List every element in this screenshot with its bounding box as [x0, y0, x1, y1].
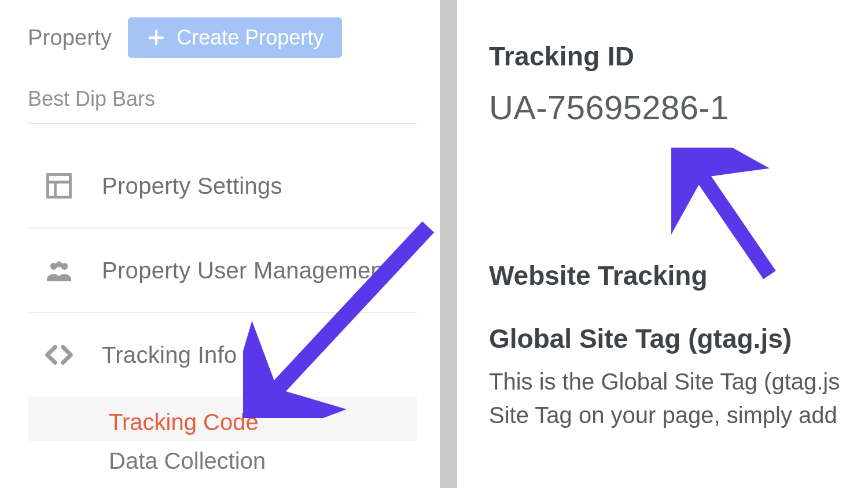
gtag-desc-line: This is the Global Site Tag (gtag.js	[489, 365, 868, 398]
svg-rect-2	[48, 175, 71, 197]
property-header-row: Property Create Property	[28, 17, 417, 58]
tracking-info-submenu: Tracking Code Data Collection	[28, 397, 417, 475]
tracking-id-heading: Tracking ID	[489, 41, 868, 72]
code-icon	[42, 337, 76, 372]
submenu-item-label: Tracking Code	[109, 409, 259, 435]
menu-item-label: Tracking Info	[102, 342, 237, 368]
gtag-desc-line: Site Tag on your page, simply add	[489, 398, 868, 432]
submenu-item-label: Data Collection	[109, 448, 266, 474]
menu-item-user-management[interactable]: Property User Management	[28, 229, 417, 313]
gtag-heading: Global Site Tag (gtag.js)	[489, 323, 868, 354]
property-column: Property Create Property Best Dip Bars P…	[0, 0, 440, 488]
property-name: Best Dip Bars	[28, 87, 417, 124]
people-icon	[42, 253, 76, 288]
property-column-label: Property	[28, 25, 112, 50]
create-property-label: Create Property	[176, 25, 323, 50]
column-divider	[440, 0, 457, 488]
menu-item-label: Property User Management	[102, 258, 391, 284]
svg-point-5	[50, 263, 57, 270]
website-tracking-heading: Website Tracking	[489, 260, 868, 291]
property-menu: Property Settings Property User Manageme…	[28, 144, 417, 475]
gtag-description: This is the Global Site Tag (gtag.js Sit…	[489, 365, 868, 432]
menu-item-tracking-info[interactable]: Tracking Info	[28, 313, 417, 397]
tracking-id-value: UA-75695286-1	[489, 88, 868, 127]
main-content: Tracking ID UA-75695286-1 Website Tracki…	[457, 0, 868, 488]
submenu-item-tracking-code[interactable]: Tracking Code	[28, 397, 417, 441]
svg-point-6	[61, 263, 68, 270]
plus-icon	[146, 28, 166, 47]
menu-item-label: Property Settings	[102, 173, 282, 199]
submenu-item-data-collection[interactable]: Data Collection	[109, 441, 417, 475]
create-property-button[interactable]: Create Property	[128, 17, 342, 58]
menu-item-property-settings[interactable]: Property Settings	[28, 144, 417, 229]
layout-icon	[42, 168, 76, 203]
svg-point-7	[56, 261, 62, 267]
